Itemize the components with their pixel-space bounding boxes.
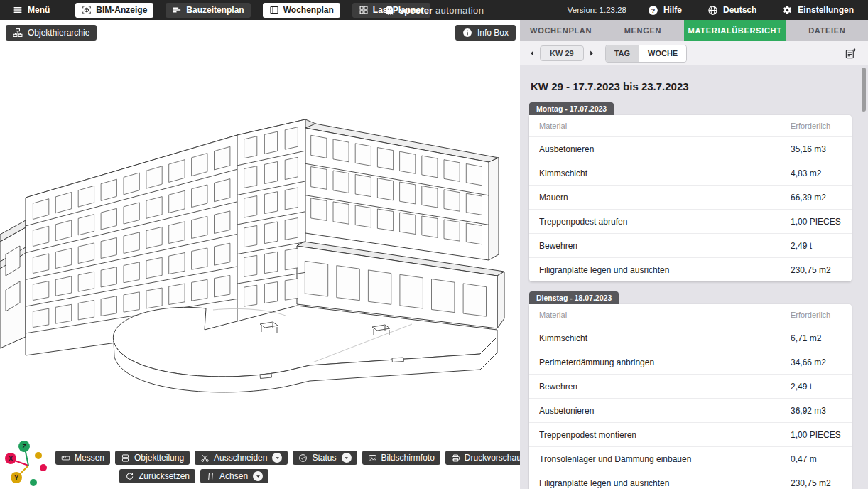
add-note-icon xyxy=(845,48,857,60)
material-required: 2,49 t xyxy=(791,382,847,392)
panel-scrollbar[interactable] xyxy=(862,68,866,112)
info-box-button[interactable]: Info Box xyxy=(455,25,516,41)
viewport-toolbar-row1: MessenObjektteilungAusschneidenStatusBil… xyxy=(55,451,520,465)
hamburger-icon xyxy=(13,5,23,15)
objektteilung-button[interactable]: Objektteilung xyxy=(115,451,190,465)
day-sections: Montag - 17.07.2023 Material Erforderlic… xyxy=(529,102,852,489)
dropdown-toggle[interactable] xyxy=(272,453,282,463)
messen-button[interactable]: Messen xyxy=(55,451,110,465)
hilfe-button[interactable]: ?Hilfe xyxy=(644,4,686,16)
axis-gizmo[interactable]: XYZ xyxy=(3,436,48,486)
material-name: Tronsolenlager und Dämmung einbauen xyxy=(539,454,791,464)
material-row[interactable]: Tronsolenlager und Dämmung einbauen 0,47… xyxy=(529,446,852,471)
top-bar: Menü BIM-AnzeigeBauzeitenplanWochenplanL… xyxy=(0,0,868,20)
sitemap-icon xyxy=(13,28,23,38)
material-row[interactable]: Treppenpodest abrufen 1,00 PIECES xyxy=(529,209,852,233)
menu-label: Menü xyxy=(28,5,50,15)
week-heading: KW 29 - 17.7.2023 bis 23.7.2023 xyxy=(531,80,852,92)
material-name: Ausbetonieren xyxy=(539,406,791,416)
axis-x-neg-dot xyxy=(40,464,47,471)
bildschirmfoto-button[interactable]: Bildschirmfoto xyxy=(362,451,440,465)
material-name: Treppenpodest abrufen xyxy=(539,217,791,227)
material-required: 0,47 m xyxy=(791,454,847,464)
tab-materialubersicht[interactable]: MATERIALÜBERSICHT xyxy=(684,20,786,41)
material-row[interactable]: Filigranplatte legen und ausrichten 230,… xyxy=(529,257,852,281)
tab-wochenplan[interactable]: WOCHENPLAN xyxy=(520,20,602,41)
add-note-button[interactable] xyxy=(843,46,858,61)
material-name: Perimeterdämmung anbringen xyxy=(539,358,791,367)
status-icon xyxy=(298,453,308,463)
material-row[interactable]: Bewehren 2,49 t xyxy=(529,374,852,398)
chevron-right-icon xyxy=(588,50,595,57)
status-button[interactable]: Status xyxy=(293,451,357,465)
day-section: Dienstag - 18.07.2023 Material Erforderl… xyxy=(529,291,852,489)
ghost-icon xyxy=(384,5,395,16)
week-select-button[interactable]: KW 29 xyxy=(540,45,584,61)
toggle-tag[interactable]: TAG xyxy=(606,45,639,62)
toggle-woche[interactable]: WOCHE xyxy=(639,45,686,62)
material-name: Bewehren xyxy=(539,241,791,251)
material-row[interactable]: Treppenpodest montieren 1,00 PIECES xyxy=(529,422,852,446)
nav-wochenplan[interactable]: Wochenplan xyxy=(263,3,340,18)
gantt-icon xyxy=(172,5,182,15)
zurucksetzen-button[interactable]: Zurücksetzen xyxy=(119,469,195,483)
building-model xyxy=(0,20,520,489)
col-required: Erforderlich xyxy=(791,311,847,319)
brand-logo: specter automation xyxy=(384,5,484,16)
material-required: 230,75 m2 xyxy=(791,478,847,488)
material-row[interactable]: Mauern 66,39 m2 xyxy=(529,185,852,209)
day-week-toggle: TAGWOCHE xyxy=(605,45,688,63)
nav-bim-anzeige[interactable]: BIM-Anzeige xyxy=(75,3,153,18)
achsen-button[interactable]: Achsen xyxy=(200,469,268,483)
material-row[interactable]: Bewehren 2,49 t xyxy=(529,233,852,257)
material-row[interactable]: Perimeterdämmung anbringen 34,66 m2 xyxy=(529,350,852,374)
tab-mengen[interactable]: MENGEN xyxy=(602,20,683,41)
material-required: 4,83 m2 xyxy=(791,168,847,178)
dropdown-toggle[interactable] xyxy=(253,471,263,481)
material-row[interactable]: Kimmschicht 6,71 m2 xyxy=(529,326,852,350)
dropdown-toggle[interactable] xyxy=(342,453,352,463)
material-required: 2,49 t xyxy=(791,241,847,251)
material-required: 66,39 m2 xyxy=(791,193,847,203)
screenshot-icon xyxy=(368,453,377,463)
material-row[interactable]: Kimmschicht 4,83 m2 xyxy=(529,161,852,185)
week-next-button[interactable] xyxy=(587,48,597,58)
bim-viewport[interactable]: Objekthierarchie Info Box MessenObjektte… xyxy=(0,20,520,489)
col-material: Material xyxy=(539,311,791,319)
einstellungen-button[interactable]: Einstellungen xyxy=(778,4,858,16)
material-name: Filigranplatte legen und ausrichten xyxy=(539,265,791,275)
material-row[interactable]: Ausbetonieren 35,16 m3 xyxy=(529,136,852,161)
menu-button[interactable]: Menü xyxy=(9,4,54,16)
material-overview-content: KW 29 - 17.7.2023 bis 23.7.2023 Montag -… xyxy=(520,65,868,489)
chevron-left-icon xyxy=(528,50,536,57)
ausschneiden-button[interactable]: Ausschneiden xyxy=(195,451,288,465)
tab-dateien[interactable]: DATEIEN xyxy=(786,20,868,41)
deutsch-button[interactable]: Deutsch xyxy=(703,4,761,16)
druckvorschau-button[interactable]: Druckvorschau xyxy=(445,451,520,465)
week-nav-bar: KW 29 TAGWOCHE xyxy=(520,41,868,65)
material-required: 36,92 m3 xyxy=(791,406,847,416)
info-icon xyxy=(462,28,472,38)
main-nav: BIM-AnzeigeBauzeitenplanWochenplanLast P… xyxy=(75,3,430,18)
material-required: 1,00 PIECES xyxy=(791,217,847,227)
material-name: Bewehren xyxy=(539,382,791,392)
nav-bauzeitenplan[interactable]: Bauzeitenplan xyxy=(166,3,250,18)
reset-icon xyxy=(125,472,134,481)
ruler-icon xyxy=(61,453,70,463)
split-icon xyxy=(121,453,130,463)
axes-icon xyxy=(206,472,215,481)
axis-z-neg-dot xyxy=(30,479,37,486)
material-name: Treppenpodest montieren xyxy=(539,430,791,440)
material-required: 230,75 m2 xyxy=(791,265,847,275)
globe-icon xyxy=(707,5,718,16)
material-row[interactable]: Filigranplatte legen und ausrichten 230,… xyxy=(529,471,852,489)
object-hierarchy-button[interactable]: Objekthierarchie xyxy=(6,25,97,41)
brand-bold: specter xyxy=(399,5,433,16)
material-required: 6,71 m2 xyxy=(791,333,847,343)
svg-text:Z: Z xyxy=(22,443,26,450)
week-prev-button[interactable] xyxy=(527,48,537,58)
version-label: Version: 1.23.28 xyxy=(568,6,626,14)
material-row[interactable]: Ausbetonieren 36,92 m3 xyxy=(529,398,852,422)
material-name: Kimmschicht xyxy=(539,333,791,343)
object-hierarchy-label: Objekthierarchie xyxy=(28,28,89,38)
